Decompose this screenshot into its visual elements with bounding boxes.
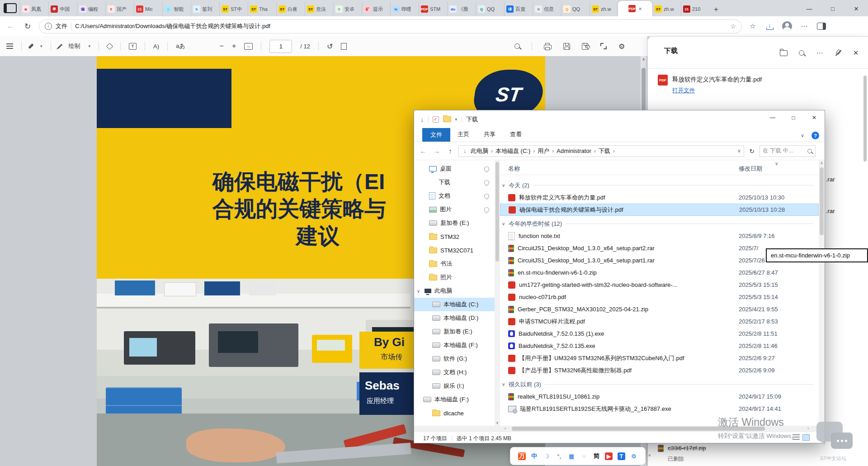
nav-forward-button[interactable]: → (431, 147, 442, 155)
ime-tool-icon[interactable]: ☽ (543, 452, 551, 460)
sidebar-item[interactable]: 文档 (414, 189, 495, 203)
explorer-close-button[interactable]: ✕ (804, 110, 825, 125)
browser-tab[interactable]: ST zh.w (590, 2, 618, 16)
sidebar-item[interactable]: 下载 (414, 176, 495, 189)
browser-tab[interactable]: V 安卓 (333, 2, 362, 16)
browser-tab[interactable]: ⊕ 信息 (533, 2, 561, 16)
group-header[interactable]: ∨ 今天 (2) (500, 179, 819, 191)
page-view-button[interactable] (341, 43, 347, 50)
browser-tab[interactable]: 21 Mic (134, 2, 162, 16)
address-refresh-button[interactable]: ↻ (747, 147, 757, 155)
ime-tool-icon[interactable]: ▶ (605, 452, 613, 460)
breadcrumb-segment[interactable]: Administrator (557, 147, 591, 154)
table-row[interactable]: um1727-getting-started-with-stm32-nucleo… (500, 279, 819, 291)
st-forum-widget[interactable]: ST中文论坛 (812, 421, 865, 466)
sidebar-item[interactable]: dlcache (414, 406, 495, 420)
quick-access-folder-icon[interactable] (443, 116, 451, 122)
ime-tool-icon[interactable]: T (618, 452, 625, 460)
browser-tab[interactable]: 矿 提示 (362, 2, 390, 16)
download-item-name[interactable]: 释放软件定义汽车革命的力量.pdf (672, 76, 853, 84)
ribbon-tab[interactable]: 查看 (503, 128, 529, 142)
browser-tab[interactable]: ST zh.w (652, 2, 681, 16)
sidebar-item[interactable]: STM32C071 (414, 243, 495, 257)
window-minimize-button[interactable]: — (797, 1, 821, 16)
browser-tab[interactable]: ST 白夜 (276, 2, 305, 16)
explorer-search-box[interactable]: 在 下载 中... (760, 145, 816, 157)
sidebar-item[interactable]: 文档 (H:) (414, 366, 495, 379)
table-row[interactable]: 【产品手册】STM32N6高性能微控制器.pdf 2025/2/6 9:09 (500, 364, 819, 376)
ime-tool-icon[interactable]: ▦ (568, 452, 576, 460)
sidebar-item[interactable]: 软件 (G:) (414, 352, 495, 366)
group-collapse-icon[interactable]: ∨ (502, 183, 505, 188)
ime-tool-icon[interactable]: 万 (518, 452, 526, 460)
print-button[interactable] (544, 43, 552, 49)
browser-tab[interactable]: ⌂ 智能 (162, 2, 191, 16)
new-tab-button[interactable]: + (709, 3, 723, 16)
scroll-right-icon[interactable]: › (807, 426, 809, 431)
tab-close-icon[interactable]: × (638, 5, 642, 12)
browser-tab[interactable]: € 国产 (105, 2, 134, 16)
browser-tab[interactable]: 早 中国 (48, 2, 77, 16)
sidebar-item[interactable]: STM32 (414, 230, 495, 243)
explorer-maximize-button[interactable]: □ (783, 110, 804, 125)
browser-tab[interactable]: h 签到 (191, 2, 219, 16)
expand-chevron-icon[interactable]: ∨ (417, 289, 421, 294)
sidebar-item[interactable]: 娱乐 (I:) (414, 379, 495, 393)
group-collapse-icon[interactable]: ∨ (502, 221, 505, 226)
browser-tab[interactable]: 编 编程 (77, 2, 105, 16)
ime-collapse-icon[interactable]: ▾ (648, 452, 651, 458)
table-row[interactable]: 确保电磁干扰合规的关键策略与设计.pdf 2025/10/13 10:28 (500, 204, 819, 216)
address-breadcrumb-bar[interactable]: ↓ 此电脑 › 本地磁盘 (C:) › 用户 › Administrator ›… (458, 145, 744, 157)
downloads-more-button[interactable]: ⋯ (815, 48, 824, 57)
sidebar-scrollbar[interactable]: ∧ ∨ (495, 160, 500, 426)
scrollbar-thumb[interactable] (820, 167, 824, 235)
favorites-button[interactable]: ☆ (746, 20, 759, 33)
read-aloud-button[interactable]: A) (153, 43, 159, 50)
settings-button[interactable]: ⚙ (618, 42, 625, 51)
open-downloads-folder-button[interactable] (779, 48, 788, 57)
browser-tab[interactable]: tv 哔哩 (390, 2, 419, 16)
draw-dropdown[interactable]: ▾ (89, 44, 91, 48)
refresh-button[interactable]: ↻ (21, 19, 34, 33)
window-maximize-button[interactable]: □ (821, 1, 844, 16)
url-text[interactable]: C:/Users/Administrator/Downloads/确保电磁干扰合… (75, 22, 726, 30)
scroll-up-icon[interactable]: ∧ (641, 57, 646, 62)
scroll-up-icon[interactable]: ∧ (819, 161, 825, 165)
close-panel-button[interactable]: ✕ (851, 48, 860, 57)
group-collapse-icon[interactable]: ∨ (502, 382, 505, 387)
column-date[interactable]: 修改日期 (739, 165, 762, 173)
back-button[interactable]: ← (4, 19, 17, 33)
more-menu-button[interactable]: ⋯ (798, 20, 811, 33)
draw-label[interactable]: 绘制 (69, 42, 80, 50)
ribbon-tab[interactable]: 共享 (476, 128, 503, 142)
nav-up-button[interactable]: ↑ (445, 147, 456, 155)
scroll-down-icon[interactable]: ∨ (495, 421, 500, 425)
table-row[interactable]: nucleo-c071rb.pdf 2025/5/3 15:14 (500, 291, 819, 303)
table-row[interactable]: function note.txt 2025/8/9 7:16 (500, 230, 819, 242)
highlight-button[interactable] (30, 43, 32, 49)
ime-tool-icon[interactable]: 中 (530, 452, 538, 460)
explorer-minimize-button[interactable]: — (762, 110, 783, 125)
sidebar-item[interactable]: 新加卷 (E:) (414, 216, 495, 230)
explorer-title-bar[interactable]: ↓ ✓ ▾ 下载 — □ ✕ (414, 110, 825, 128)
table-row[interactable]: 瑞昱RTL8191SERTL8192SE无线网卡驱动_2_167887.exe … (500, 403, 819, 415)
scrollbar-thumb[interactable] (495, 162, 499, 262)
rotate-button[interactable]: ↺ (327, 42, 333, 51)
group-header[interactable]: ∨ 很久以前 (3) (500, 378, 819, 390)
bookmark-star-icon[interactable]: ☆ (730, 23, 736, 30)
sidebar-item[interactable]: 照片 (414, 271, 495, 284)
address-dropdown-icon[interactable]: ∨ (737, 148, 741, 154)
profile-button[interactable] (781, 20, 793, 33)
erase-button[interactable] (107, 44, 112, 49)
sidebar-item[interactable]: 本地磁盘 (C:) (414, 298, 495, 311)
table-row[interactable]: en.st-mcu-finderwin-v6-1-0.zip 2025/6/27… (500, 266, 819, 279)
details-view-icon[interactable] (793, 434, 800, 441)
sidebar-item[interactable]: 图片 (414, 203, 495, 216)
nav-back-button[interactable]: ← (418, 147, 429, 155)
ime-tool-icon[interactable]: ○ (580, 452, 588, 460)
list-scrollbar[interactable]: ∧ (819, 160, 825, 426)
zoom-in-button[interactable]: + (232, 42, 236, 50)
sidebar-item[interactable]: 本地磁盘 (D:) (414, 311, 495, 325)
page-info-icon[interactable]: i (45, 23, 52, 30)
sort-indicator-icon[interactable]: ∨ (775, 161, 778, 166)
